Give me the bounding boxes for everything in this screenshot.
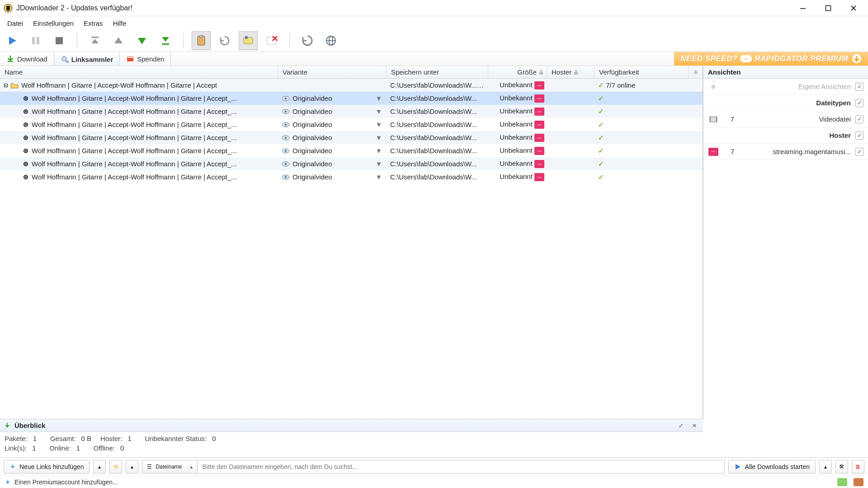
col-hoster-label: Hoster [552, 68, 571, 76]
pause-button[interactable] [26, 31, 45, 50]
link-size: Unbekannt [500, 146, 533, 154]
link-size: Unbekannt [500, 107, 533, 115]
delete-mode-button[interactable]: 🗑 [852, 460, 864, 474]
variant-dropdown[interactable]: ▼ [375, 160, 383, 168]
variant-dropdown[interactable]: ▼ [375, 134, 383, 141]
package-row[interactable]: ⊟Wolf Hoffmann | Gitarre | Accept-Wolf H… [0, 79, 703, 92]
move-down-button[interactable] [132, 31, 151, 50]
col-name[interactable]: Name [0, 66, 278, 78]
link-size: Unbekannt [500, 133, 533, 141]
svg-line-18 [66, 61, 68, 63]
collapse-icon[interactable]: ⊟ [4, 81, 8, 89]
col-groesse[interactable]: Größe [488, 66, 547, 78]
rapidgator-banner[interactable]: NEED SPEED? → RAPIDGATOR PREMIUM [674, 52, 868, 66]
col-hoster[interactable]: Hoster [547, 66, 594, 78]
gear-icon [708, 83, 719, 90]
variant-dropdown[interactable]: ▼ [375, 94, 383, 102]
table-settings-button[interactable] [689, 66, 703, 78]
hoster-chip-icon: ⋯ [534, 81, 544, 89]
tools-button[interactable]: 🛠 [835, 460, 848, 474]
globe-settings-button[interactable] [321, 31, 340, 50]
maximize-button[interactable] [816, 0, 841, 16]
menu-extras[interactable]: Extras [79, 18, 108, 29]
link-row[interactable]: Wolf Hoffmann | Gitarre | Accept-Wolf Ho… [0, 131, 703, 144]
link-row[interactable]: Wolf Hoffmann | Gitarre | Accept-Wolf Ho… [0, 157, 703, 170]
menu-einstellungen[interactable]: Einstellungen [28, 18, 78, 29]
tab-spenden[interactable]: Spenden [120, 52, 171, 66]
close-icon[interactable]: ✕ [689, 421, 699, 431]
link-path: C:\Users\fab\Downloads\W... [387, 121, 488, 128]
add-links-dropdown[interactable]: ▴ [93, 460, 106, 474]
checkbox-hoster-all[interactable]: ✓ [855, 131, 863, 140]
clipboard-watch-button[interactable] [192, 31, 211, 50]
variant-dropdown[interactable]: ▼ [375, 147, 383, 155]
undo-dropdown[interactable]: ▴ [126, 460, 138, 474]
svg-point-44 [285, 163, 287, 164]
status-icon-2[interactable] [854, 478, 863, 486]
link-row[interactable]: Wolf Hoffmann | Gitarre | Accept-Wolf Ho… [0, 92, 703, 105]
tab-download[interactable]: Download [0, 52, 54, 66]
tab-spenden-label: Spenden [137, 55, 164, 63]
plus-icon: ＋ [9, 463, 16, 471]
app-icon [4, 4, 13, 13]
svg-point-42 [285, 150, 287, 151]
delete-button[interactable] [262, 31, 281, 50]
move-top-button[interactable] [85, 31, 104, 50]
close-button[interactable] [841, 0, 866, 16]
move-bottom-button[interactable] [156, 31, 175, 50]
variant-dropdown[interactable]: ▼ [375, 173, 383, 181]
search-input[interactable] [197, 460, 724, 474]
reconnect-button[interactable] [215, 31, 234, 50]
add-links-button[interactable]: ＋ Neue Links hinzufügen [4, 460, 90, 474]
start-all-dropdown[interactable]: ▴ [819, 460, 832, 474]
play-button[interactable] [3, 31, 22, 50]
table-body[interactable]: ⊟Wolf Hoffmann | Gitarre | Accept-Wolf H… [0, 79, 703, 419]
svg-rect-20 [127, 57, 133, 58]
checkbox-videodatei[interactable]: ✓ [855, 115, 863, 123]
download-circle-icon [852, 54, 862, 64]
checkbox-hoster-magenta[interactable]: ✓ [855, 148, 863, 156]
variant-dropdown[interactable]: ▼ [375, 108, 383, 115]
svg-point-47 [712, 85, 715, 88]
checkbox-filetypes[interactable]: ✓ [855, 99, 863, 107]
filetype-video-row[interactable]: 7 Videodatei ✓ [703, 111, 868, 127]
col-variante[interactable]: Variante [278, 66, 387, 78]
svg-line-29 [694, 70, 694, 71]
undo-button[interactable]: ⟲ [109, 460, 122, 474]
own-views-row[interactable]: Eigene Ansichten ✓ [703, 79, 868, 95]
checkbox-own-views[interactable]: ✓ [855, 83, 863, 91]
stop-button[interactable] [50, 31, 69, 50]
search-mode-button[interactable]: ☰ Dateiname ▴ [142, 460, 197, 474]
link-row[interactable]: Wolf Hoffmann | Gitarre | Accept-Wolf Ho… [0, 118, 703, 131]
start-all-button[interactable]: Alle Downloads starten [728, 460, 816, 474]
menu-hilfe[interactable]: Hilfe [108, 18, 131, 29]
move-up-button[interactable] [109, 31, 128, 50]
svg-point-40 [285, 136, 287, 138]
hoster-magenta-row[interactable]: ⋯ 7 streaming.magentamusi... ✓ [703, 144, 868, 160]
hoster-chip-icon: ⋯ [534, 160, 544, 168]
col-speichern[interactable]: Speichern unter [387, 66, 488, 78]
status-icon-1[interactable] [837, 478, 847, 486]
overview-title: Überblick [14, 422, 45, 429]
lock-icon [538, 70, 544, 75]
film-icon [708, 116, 719, 122]
link-row[interactable]: Wolf Hoffmann | Gitarre | Accept-Wolf Ho… [0, 170, 703, 183]
link-row[interactable]: Wolf Hoffmann | Gitarre | Accept-Wolf Ho… [0, 144, 703, 157]
tab-linksammler[interactable]: Linksammler [54, 52, 120, 66]
col-groesse-label: Größe [517, 68, 537, 76]
link-name: Wolf Hoffmann | Gitarre | Accept-Wolf Ho… [32, 147, 237, 155]
eye-icon [282, 109, 290, 114]
package-display-button[interactable] [239, 31, 258, 50]
link-name: Wolf Hoffmann | Gitarre | Accept-Wolf Ho… [32, 173, 237, 181]
add-premium-link[interactable]: Einen Premiumaccount hinzufügen... [14, 479, 118, 486]
expand-icon[interactable]: ⤢ [676, 421, 686, 431]
play-icon [734, 463, 741, 470]
donate-icon [126, 55, 134, 63]
minimize-button[interactable] [790, 0, 816, 16]
variant-dropdown[interactable]: ▼ [375, 121, 383, 128]
col-verfuegbarkeit[interactable]: Verfügbarkeit [594, 66, 689, 78]
update-button[interactable] [298, 31, 317, 50]
link-path: C:\Users\fab\Downloads\W... [387, 134, 488, 141]
link-row[interactable]: Wolf Hoffmann | Gitarre | Accept-Wolf Ho… [0, 105, 703, 118]
menu-datei[interactable]: Datei [3, 18, 28, 29]
